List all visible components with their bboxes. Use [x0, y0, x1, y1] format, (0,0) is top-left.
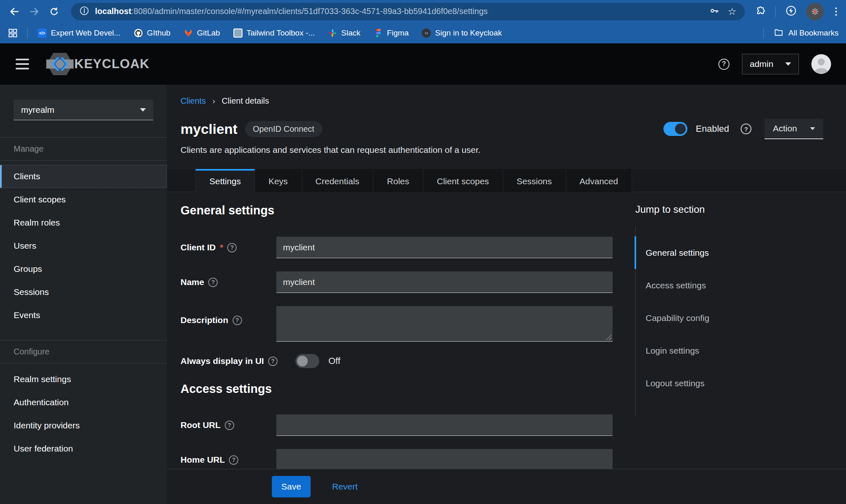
sidebar-item-clients[interactable]: Clients	[0, 165, 167, 188]
site-info-icon[interactable]	[79, 6, 89, 17]
keycloak-logo[interactable]: KEYCLOAK	[46, 52, 150, 76]
tab-settings[interactable]: Settings	[195, 169, 255, 192]
url-path: :8080/admin/master/console/#/myrealm/cli…	[131, 7, 488, 16]
description-label: Description	[181, 315, 228, 325]
save-button[interactable]: Save	[272, 476, 311, 497]
access-settings-heading: Access settings	[181, 382, 626, 396]
jump-heading: Jump to section	[635, 204, 809, 215]
bookmark-item[interactable]: Figma	[374, 29, 409, 38]
chevron-right-icon: ›	[212, 96, 215, 106]
caret-down-icon	[785, 62, 791, 66]
always-display-label: Always display in UI	[181, 356, 264, 366]
refresh-icon[interactable]	[47, 5, 61, 19]
browser-profile-avatar[interactable]	[806, 3, 824, 20]
expert-web-favicon: </>	[38, 29, 47, 38]
sidebar-item-events[interactable]: Events	[0, 304, 167, 327]
bookmark-item[interactable]: ‹› Sign in to Keycloak	[422, 29, 502, 38]
bookmark-star-icon[interactable]: ☆	[727, 7, 737, 17]
breadcrumb: Clients › Client details	[181, 95, 823, 106]
sidebar-item-identity-providers[interactable]: Identity providers	[0, 414, 167, 437]
browser-menu-icon[interactable]	[834, 6, 839, 17]
home-url-input[interactable]	[276, 449, 613, 471]
jump-item-access-settings[interactable]: Access settings	[636, 269, 809, 302]
toggle-knob	[297, 356, 308, 366]
url-host: localhost	[95, 7, 131, 16]
back-icon[interactable]	[7, 5, 21, 19]
root-url-input[interactable]	[276, 414, 613, 436]
tab-roles[interactable]: Roles	[373, 169, 423, 192]
jump-item-general-settings[interactable]: General settings	[636, 236, 809, 269]
tab-sessions[interactable]: Sessions	[503, 169, 566, 192]
always-display-help-icon[interactable]: ?	[268, 357, 278, 366]
sidebar-item-sessions[interactable]: Sessions	[0, 281, 167, 304]
client-id-row: Client ID * ?	[181, 237, 626, 258]
bookmark-item[interactable]: Tailwind Toolbox -...	[233, 29, 315, 38]
home-url-label: Home URL	[181, 455, 225, 465]
name-help-icon[interactable]: ?	[208, 278, 218, 287]
description-help-icon[interactable]: ?	[233, 316, 242, 325]
home-url-help-icon[interactable]: ?	[229, 455, 238, 465]
address-bar[interactable]: localhost:8080/admin/master/console/#/my…	[71, 3, 745, 20]
sidebar-item-user-federation[interactable]: User federation	[0, 437, 167, 460]
name-row: Name ?	[181, 271, 626, 293]
bookmark-item[interactable]: Slack	[328, 29, 360, 38]
sidebar-item-authentication[interactable]: Authentication	[0, 391, 167, 414]
tab-bar: Settings Keys Credentials Roles Client s…	[167, 169, 846, 192]
jump-to-section-panel: Jump to section General settings Access …	[635, 204, 809, 416]
sidebar-item-groups[interactable]: Groups	[0, 257, 167, 281]
figma-icon	[374, 29, 383, 38]
all-bookmarks-separator	[763, 28, 764, 38]
bookmark-item[interactable]: </> Expert Web Devel...	[38, 29, 121, 38]
client-id-help-icon[interactable]: ?	[227, 243, 237, 252]
hamburger-menu-icon[interactable]	[16, 59, 29, 69]
browser-toolbar: localhost:8080/admin/master/console/#/my…	[0, 0, 846, 23]
bookmark-item[interactable]: GIthub	[134, 29, 171, 38]
name-label: Name	[181, 277, 204, 287]
jump-item-logout-settings[interactable]: Logout settings	[636, 367, 809, 399]
tab-client-scopes[interactable]: Client scopes	[423, 169, 503, 192]
breadcrumb-current: Client details	[222, 96, 269, 106]
root-url-help-icon[interactable]: ?	[225, 421, 234, 430]
keycloak-favicon: ‹›	[422, 29, 431, 38]
tailwind-toolbox-favicon	[233, 29, 242, 38]
sidebar-item-client-scopes[interactable]: Client scopes	[0, 188, 167, 211]
bookmarks-bar: </> Expert Web Devel... GIthub GitLab Ta…	[0, 23, 846, 43]
client-id-input[interactable]	[276, 237, 613, 258]
sidebar: myrealm Manage Clients Client scopes Rea…	[0, 85, 167, 504]
jump-item-capability-config[interactable]: Capability config	[636, 302, 809, 334]
general-settings-heading: General settings	[181, 204, 626, 218]
sidebar-item-realm-roles[interactable]: Realm roles	[0, 211, 167, 234]
sidebar-item-users[interactable]: Users	[0, 234, 167, 257]
apps-grid-icon[interactable]	[7, 28, 18, 38]
tab-credentials[interactable]: Credentials	[302, 169, 373, 192]
jump-item-login-settings[interactable]: Login settings	[636, 334, 809, 367]
sidebar-item-realm-settings[interactable]: Realm settings	[0, 368, 167, 391]
all-bookmarks-button[interactable]: All Bookmarks	[774, 27, 839, 39]
root-url-row: Root URL ?	[181, 414, 626, 436]
description-textarea[interactable]	[276, 306, 613, 342]
tab-advanced[interactable]: Advanced	[566, 169, 632, 192]
user-menu-dropdown[interactable]: admin	[742, 54, 799, 74]
github-icon	[134, 29, 143, 38]
password-key-icon[interactable]	[709, 6, 719, 17]
realm-selector[interactable]: myrealm	[14, 100, 153, 120]
breadcrumb-clients-link[interactable]: Clients	[181, 96, 206, 106]
user-avatar[interactable]	[811, 54, 831, 74]
tab-keys[interactable]: Keys	[255, 169, 302, 192]
revert-link[interactable]: Revert	[330, 481, 360, 492]
forward-icon[interactable]	[27, 5, 41, 19]
action-dropdown[interactable]: Action	[765, 119, 823, 139]
client-id-label: Client ID	[181, 242, 216, 252]
help-icon[interactable]: ?	[718, 59, 730, 70]
name-input[interactable]	[276, 271, 613, 293]
brand-text: KEYCLOAK	[74, 57, 150, 71]
extension-lightning-icon[interactable]	[786, 5, 796, 18]
home-url-row: Home URL ?	[181, 449, 626, 471]
extensions-icon[interactable]	[756, 6, 765, 17]
enabled-toggle[interactable]	[663, 122, 687, 136]
always-display-toggle[interactable]	[295, 354, 319, 368]
description-row: Description ?	[181, 306, 626, 342]
enabled-help-icon[interactable]: ?	[741, 124, 751, 134]
keycloak-logo-icon	[46, 52, 74, 76]
bookmark-item[interactable]: GitLab	[184, 29, 220, 38]
